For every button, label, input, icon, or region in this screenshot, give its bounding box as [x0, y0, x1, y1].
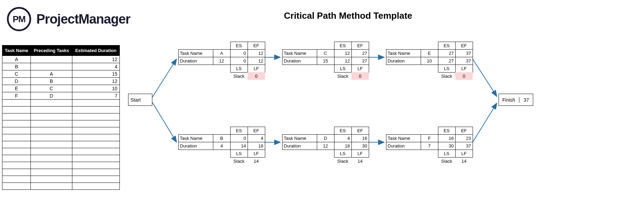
cpm-node-a: ESEFTask NameA012Duration12012LSLFSlack0 [178, 42, 265, 80]
es-value: 12 [334, 49, 352, 57]
ef-label: EF [248, 42, 265, 50]
task-name: F [421, 134, 438, 142]
taskname-label: Task Name [178, 134, 213, 142]
th-dur: Estimated Duration [72, 45, 119, 56]
slack-label: Slack [438, 157, 455, 165]
table-row [2, 155, 120, 162]
lf-label: LF [351, 65, 369, 73]
duration-label: Duration [178, 142, 213, 150]
cpm-diagram: Start Finish 37 ESEFTask NameA012Duratio… [128, 42, 544, 187]
svg-line-6 [473, 59, 497, 96]
dur-value: 7 [421, 142, 438, 150]
lf-value: 37 [455, 57, 473, 65]
logo-icon: PM [7, 7, 31, 31]
ef-value: 4 [248, 134, 265, 142]
ef-value: 37 [455, 49, 473, 57]
slack-label: Slack [438, 72, 455, 80]
ef-value: 16 [351, 134, 369, 142]
ls-value: 14 [230, 142, 248, 150]
lf-value: 30 [351, 142, 369, 150]
lf-value: 37 [455, 142, 473, 150]
ls-value: 18 [334, 142, 352, 150]
es-label: ES [334, 42, 352, 50]
task-name: E [421, 49, 438, 57]
task-name: B [213, 134, 231, 142]
slack-value: 0 [455, 72, 473, 80]
ef-value: 12 [248, 49, 265, 57]
svg-line-1 [152, 102, 177, 142]
es-label: ES [438, 42, 456, 50]
es-value: 16 [438, 134, 456, 142]
es-value: 0 [230, 49, 248, 57]
table-row [2, 176, 120, 183]
slack-label: Slack [334, 72, 351, 80]
ls-label: LS [230, 150, 248, 158]
slack-value: 14 [351, 157, 369, 165]
start-node: Start [128, 94, 152, 106]
lf-label: LF [455, 65, 473, 73]
cpm-node-b: ESEFTask NameB04Duration41418LSLFSlack14 [178, 127, 265, 165]
es-label: ES [230, 42, 248, 50]
ef-label: EF [351, 42, 369, 50]
dur-value: 12 [317, 142, 334, 150]
table-row [2, 141, 120, 148]
es-label: ES [230, 127, 248, 135]
ef-label: EF [455, 42, 473, 50]
ls-value: 27 [438, 57, 456, 65]
page-title: Critical Path Method Template [284, 10, 412, 21]
es-value: 0 [230, 134, 248, 142]
svg-line-0 [152, 59, 177, 97]
table-row: EC10 [2, 85, 120, 92]
ef-label: EF [351, 127, 369, 135]
table-row [2, 162, 120, 169]
ls-label: LS [438, 65, 456, 73]
table-row [2, 148, 120, 155]
ef-value: 27 [351, 49, 369, 57]
taskname-label: Task Name [282, 134, 317, 142]
es-label: ES [334, 127, 352, 135]
ls-label: LS [438, 150, 456, 158]
dur-value: 10 [421, 57, 438, 65]
table-row [2, 183, 120, 190]
taskname-label: Task Name [282, 49, 317, 57]
ls-label: LS [334, 150, 352, 158]
table-row [2, 169, 120, 176]
table-row: A12 [2, 56, 120, 63]
brand-name: ProjectManager [36, 12, 130, 27]
lf-label: LF [248, 65, 265, 73]
cpm-node-f: ESEFTask NameF1623Duration73037LSLFSlack… [386, 127, 473, 165]
slack-label: Slack [230, 157, 248, 165]
duration-label: Duration [282, 57, 317, 65]
lf-value: 27 [351, 57, 369, 65]
cpm-node-c: ESEFTask NameC1227Duration151227LSLFSlac… [282, 42, 369, 80]
ls-label: LS [230, 65, 248, 73]
table-row: CA15 [2, 70, 120, 78]
task-name: A [213, 49, 231, 57]
task-name: C [317, 49, 334, 57]
finish-label: Finish [499, 97, 519, 103]
duration-label: Duration [386, 142, 421, 150]
table-row: FD7 [2, 92, 120, 100]
finish-node: Finish 37 [499, 94, 533, 106]
table-row [2, 134, 120, 141]
lf-label: LF [248, 150, 265, 158]
th-pred: Preceding Tasks [31, 45, 72, 56]
slack-value: 14 [455, 157, 473, 165]
slack-label: Slack [230, 72, 248, 80]
dur-value: 15 [317, 57, 334, 65]
th-task: Task Name [2, 45, 31, 56]
finish-value: 37 [519, 97, 533, 103]
table-row [2, 127, 120, 134]
dur-value: 12 [213, 57, 231, 65]
slack-label: Slack [334, 157, 351, 165]
ls-value: 30 [438, 142, 456, 150]
lf-value: 18 [248, 142, 265, 150]
cpm-node-e: ESEFTask NameE2737Duration102737LSLFSlac… [386, 42, 473, 80]
slack-value: 0 [351, 72, 369, 80]
taskname-label: Task Name [386, 49, 421, 57]
ef-label: EF [248, 127, 265, 135]
task-table: Task Name Preceding Tasks Estimated Dura… [2, 45, 120, 190]
ls-value: 0 [230, 57, 248, 65]
ls-value: 12 [334, 57, 352, 65]
table-row [2, 100, 120, 107]
